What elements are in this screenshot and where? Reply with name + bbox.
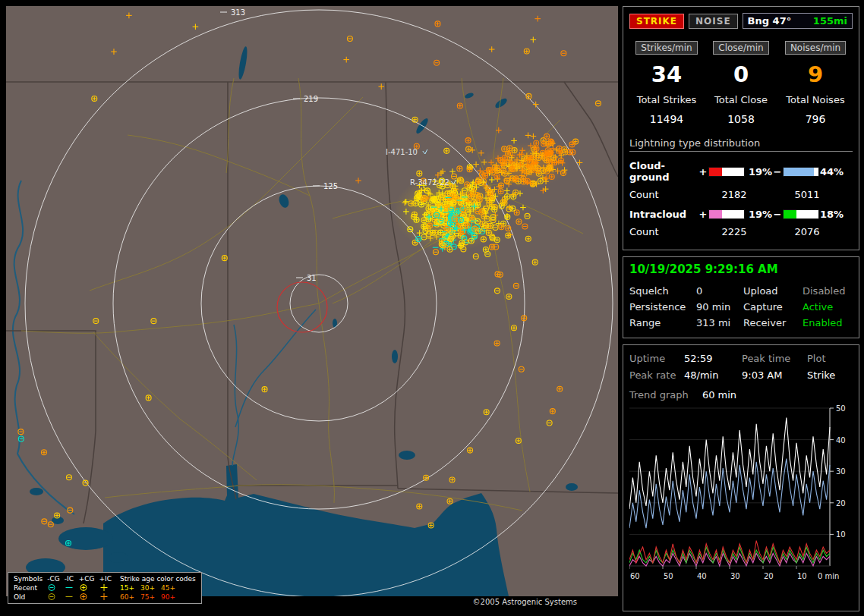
svg-text:40: 40	[836, 436, 846, 445]
ic-minus-count: 2076	[771, 226, 844, 237]
total-strikes-value: 11494	[629, 113, 704, 125]
receiver-value: Enabled	[803, 315, 853, 331]
ic-plus-pct: 19%	[743, 209, 772, 220]
ic-plus-count: 2225	[698, 226, 771, 237]
plot-label: Plot	[807, 350, 853, 367]
distribution-title: Lightning type distribution	[629, 137, 853, 152]
close-per-min-label: Close/min	[713, 41, 768, 55]
receiver-label: Receiver	[743, 315, 803, 331]
trend-graph-label: Trend graph	[629, 389, 689, 401]
count-label: Count	[629, 189, 698, 200]
cloud-ground-count-row: Count 2182 5011	[629, 189, 853, 200]
svg-text:I-471-10: I-471-10	[386, 148, 418, 156]
persistence-value: 90 min	[696, 299, 743, 315]
squelch-label: Squelch	[629, 283, 696, 299]
copyright-text: ©2005 Astrogenic Systems	[467, 597, 583, 607]
mode-row: STRIKE NOISE Bng 47° 155mi	[629, 13, 853, 29]
squelch-value: 0	[696, 283, 743, 299]
total-strikes-label: Total Strikes	[629, 94, 704, 105]
svg-text:60: 60	[630, 572, 640, 580]
intracloud-label: Intracloud	[629, 209, 698, 220]
svg-text:50: 50	[836, 404, 846, 413]
svg-text:313: 313	[231, 8, 245, 17]
lightning-map[interactable]: 31321912531 I-471-10R-3472-22 Symbols-CG…	[6, 6, 618, 608]
capture-value: Active	[803, 299, 853, 315]
strikes-per-min-label: Strikes/min	[635, 41, 697, 55]
svg-text:10: 10	[836, 530, 846, 539]
plot-value: Strike	[807, 367, 853, 384]
total-noises-value: 796	[778, 113, 853, 125]
uptime-label: Uptime	[629, 350, 684, 367]
minus-sign: −	[772, 166, 783, 178]
svg-text:30: 30	[836, 467, 846, 476]
svg-text:20: 20	[836, 499, 846, 508]
upload-label: Upload	[743, 283, 803, 299]
cg-minus-bar	[783, 167, 819, 177]
strikes-per-min-value: 34	[629, 61, 704, 87]
noises-per-min-value: 9	[778, 61, 853, 87]
total-close-label: Total Close	[704, 94, 778, 105]
distance-value: 155mi	[813, 15, 847, 27]
plus-sign: +	[698, 209, 708, 220]
minus-sign: −	[772, 209, 783, 220]
range-value: 313 mi	[696, 315, 743, 331]
map-canvas[interactable]: 31321912531 I-471-10R-3472-22	[6, 6, 618, 608]
cg-plus-pct: 19%	[743, 166, 772, 178]
settings-row: Squelch 0 Upload Disabled	[629, 283, 853, 299]
datetime-display: 10/19/2025 9:29:16 AM	[629, 262, 853, 276]
svg-text:10: 10	[797, 572, 807, 580]
distribution-row-intracloud: Intracloud + 19% − 18%	[629, 209, 853, 220]
svg-text:31: 31	[307, 274, 317, 282]
svg-text:40: 40	[697, 572, 707, 580]
svg-text:R-3472-22: R-3472-22	[410, 178, 449, 187]
noises-per-min-label: Noises/min	[785, 41, 846, 55]
persistence-label: Persistence	[629, 299, 696, 315]
cloud-ground-label: Cloud-ground	[629, 160, 698, 183]
trend-graph-header: Trend graph 60 min	[629, 389, 853, 401]
cg-plus-bar	[708, 167, 745, 177]
peak-time-value: 9:03 AM	[742, 367, 807, 384]
trend-chart: 50403020106050403020100 min	[629, 404, 856, 584]
intracloud-count-row: Count 2225 2076	[629, 226, 853, 237]
svg-text:30: 30	[730, 572, 740, 580]
plus-sign: +	[698, 166, 708, 178]
bearing-display: Bng 47° 155mi	[743, 13, 853, 29]
settings-row: Persistence 90 min Capture Active	[629, 299, 853, 315]
cg-plus-count: 2182	[698, 189, 771, 200]
settings-box: 10/19/2025 9:29:16 AM Squelch 0 Upload D…	[623, 256, 859, 338]
noise-button[interactable]: NOISE	[689, 14, 738, 29]
count-label: Count	[629, 226, 698, 237]
map-legend: Symbols-CG-IC+CG+ICStrike age color code…	[8, 572, 202, 604]
range-label: Range	[629, 315, 696, 331]
svg-text:50: 50	[664, 572, 673, 580]
rate-grid: Strikes/min 34 Total Strikes 11494 Close…	[629, 39, 853, 125]
legend-table: Symbols-CG-IC+CG+ICStrike age color code…	[11, 574, 198, 602]
rate-col-close: Close/min 0 Total Close 1058	[704, 39, 778, 125]
close-per-min-value: 0	[704, 61, 778, 87]
cg-minus-pct: 44%	[818, 166, 844, 178]
svg-text:125: 125	[323, 182, 338, 190]
trend-stats-row: Uptime 52:59 Peak time Plot	[629, 350, 853, 367]
stats-box: STRIKE NOISE Bng 47° 155mi Strikes/min 3…	[623, 6, 859, 250]
peak-rate-value: 48/min	[684, 367, 742, 384]
strike-button[interactable]: STRIKE	[629, 14, 684, 29]
settings-grid: Squelch 0 Upload Disabled Persistence 90…	[629, 283, 853, 331]
cg-minus-count: 5011	[771, 189, 844, 200]
ic-minus-pct: 18%	[818, 209, 844, 220]
ic-minus-bar	[783, 209, 819, 219]
distribution-row-cloud-ground: Cloud-ground + 19% − 44%	[629, 160, 853, 183]
side-panel: STRIKE NOISE Bng 47° 155mi Strikes/min 3…	[623, 6, 859, 616]
capture-label: Capture	[743, 299, 803, 315]
uptime-value: 52:59	[684, 350, 742, 367]
total-close-value: 1058	[704, 113, 778, 125]
rate-col-strikes: Strikes/min 34 Total Strikes 11494	[629, 39, 704, 125]
settings-row: Range 313 mi Receiver Enabled	[629, 315, 853, 331]
svg-text:20: 20	[764, 572, 774, 580]
bearing-value: Bng 47°	[748, 15, 792, 27]
trend-graph-window: 60 min	[702, 389, 736, 401]
peak-time-label: Peak time	[742, 350, 807, 367]
trend-box: Uptime 52:59 Peak time Plot Peak rate 48…	[623, 344, 859, 611]
upload-value: Disabled	[803, 283, 853, 299]
peak-rate-label: Peak rate	[629, 367, 684, 384]
svg-text:219: 219	[304, 95, 318, 103]
